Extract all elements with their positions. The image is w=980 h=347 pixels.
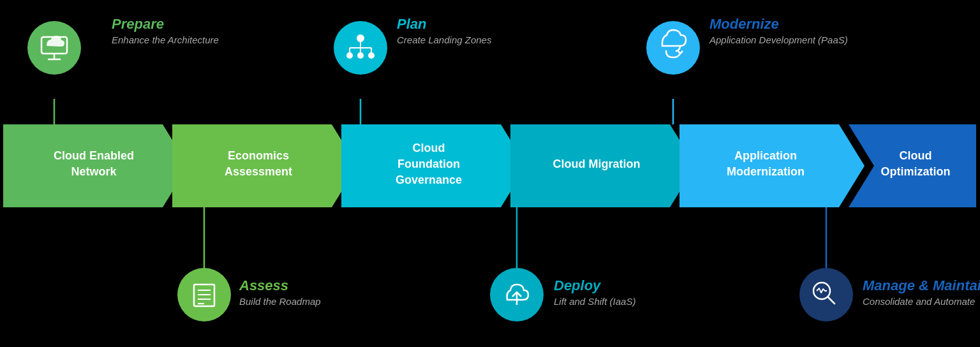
svg-text:Assessment: Assessment: [225, 165, 292, 178]
svg-text:Manage & Maintain: Manage & Maintain: [863, 277, 980, 293]
svg-text:Enhance the Architecture: Enhance the Architecture: [112, 34, 219, 45]
svg-point-24: [27, 21, 81, 75]
svg-text:Create Landing Zones: Create Landing Zones: [397, 34, 492, 45]
svg-text:Cloud: Cloud: [413, 142, 445, 154]
svg-text:Network: Network: [71, 165, 117, 178]
diagram-container: Cloud Enabled Network Economics Assessme…: [0, 0, 980, 347]
svg-text:Optimization: Optimization: [881, 165, 951, 178]
svg-text:Plan: Plan: [397, 16, 426, 32]
svg-text:Lift and Shift (IaaS): Lift and Shift (IaaS): [554, 296, 635, 307]
svg-text:Build the Roadmap: Build the Roadmap: [239, 296, 321, 307]
svg-point-45: [346, 52, 353, 59]
svg-text:Consolidate and Automate: Consolidate and Automate: [863, 296, 975, 307]
svg-text:Cloud Enabled: Cloud Enabled: [54, 149, 134, 162]
svg-text:Governance: Governance: [396, 174, 462, 186]
svg-text:Assess: Assess: [239, 277, 288, 293]
svg-point-46: [357, 52, 364, 59]
svg-text:Application Development (PaaS): Application Development (PaaS): [709, 34, 848, 45]
svg-text:Cloud: Cloud: [900, 149, 932, 162]
svg-text:Foundation: Foundation: [397, 158, 460, 170]
svg-point-39: [357, 34, 364, 42]
svg-text:Deploy: Deploy: [554, 277, 602, 293]
svg-text:Modernization: Modernization: [727, 165, 805, 178]
svg-text:Cloud Migration: Cloud Migration: [553, 158, 641, 170]
svg-point-47: [368, 52, 375, 59]
svg-point-57: [799, 268, 853, 321]
svg-text:Application: Application: [734, 149, 797, 162]
svg-text:Prepare: Prepare: [112, 16, 164, 32]
svg-point-54: [646, 21, 700, 75]
svg-text:Modernize: Modernize: [709, 16, 779, 32]
svg-text:Economics: Economics: [228, 149, 289, 162]
